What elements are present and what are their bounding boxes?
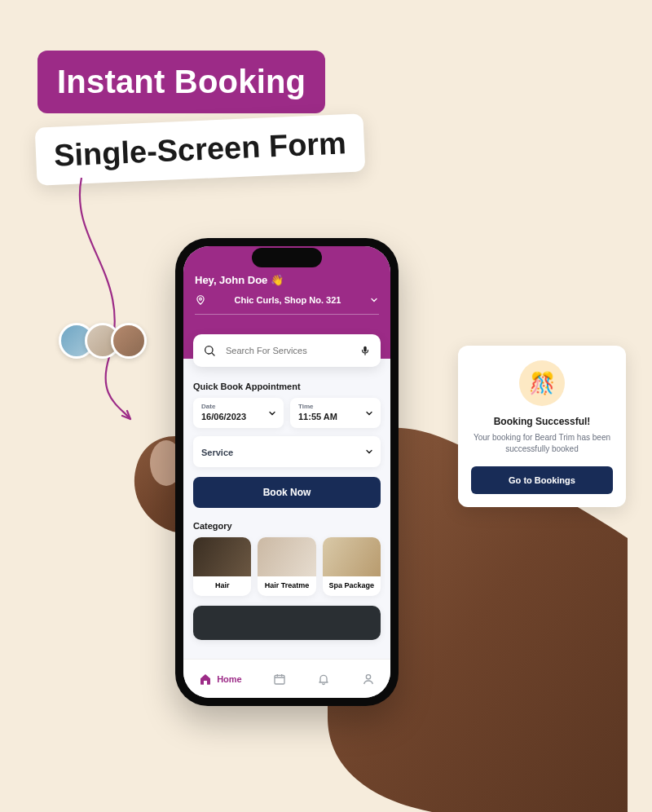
category-card[interactable]: Spa Package (323, 537, 381, 596)
user-icon (362, 673, 375, 686)
search-input[interactable] (224, 345, 351, 356)
bell-icon (317, 673, 330, 686)
time-value: 11:55 AM (298, 412, 372, 421)
book-now-button[interactable]: Book Now (193, 477, 381, 508)
category-label: Hair Treatme (258, 576, 315, 596)
avatar (111, 323, 147, 359)
category-card[interactable]: Hair Treatme (258, 537, 315, 596)
svg-rect-4 (275, 675, 284, 684)
date-label: Date (201, 403, 275, 410)
date-selector[interactable]: Date 16/06/2023 (193, 398, 284, 428)
headline-pill-secondary: Single-Screen Form (35, 113, 366, 186)
arrow-decor (60, 178, 150, 430)
app-content: Quick Book Appointment Date 16/06/2023 T… (193, 377, 381, 640)
search-bar[interactable] (193, 334, 381, 367)
date-value: 16/06/2023 (201, 412, 275, 421)
nav-calendar[interactable] (273, 673, 286, 686)
home-icon (199, 673, 212, 686)
category-image (258, 537, 315, 576)
nav-profile[interactable] (362, 673, 375, 686)
avatar-stack (59, 323, 147, 359)
booking-success-toast: 🎊 Booking Successful! Your booking for B… (458, 346, 626, 507)
category-title: Category (193, 521, 381, 531)
phone-device: Hey, John Doe 👋 Chic Curls, Shop No. 321… (175, 238, 399, 706)
nav-home-label: Home (217, 674, 242, 684)
category-image (193, 537, 251, 576)
quick-book-title: Quick Book Appointment (193, 382, 381, 391)
headline-pill-primary: Instant Booking (37, 51, 325, 113)
bottom-nav: Home (183, 659, 390, 698)
search-icon (203, 344, 216, 357)
svg-point-1 (200, 298, 202, 300)
phone-notch (252, 248, 322, 267)
greeting-text: Hey, John Doe 👋 (195, 274, 379, 286)
service-label: Service (201, 448, 372, 457)
location-pin-icon (195, 294, 206, 306)
nav-home[interactable]: Home (199, 673, 242, 686)
chevron-down-icon (364, 447, 374, 457)
nav-notifications[interactable] (317, 673, 330, 686)
svg-point-2 (205, 346, 213, 354)
toast-title: Booking Successful! (471, 416, 613, 427)
chevron-down-icon (364, 408, 374, 418)
location-selector[interactable]: Chic Curls, Shop No. 321 (195, 294, 379, 306)
toast-body: Your booking for Beard Trim has been suc… (471, 432, 613, 455)
category-label: Spa Package (323, 576, 381, 596)
svg-rect-3 (363, 346, 367, 352)
category-card[interactable]: Hair (193, 537, 251, 596)
category-image (323, 537, 381, 576)
svg-point-5 (366, 674, 370, 678)
time-selector[interactable]: Time 11:55 AM (290, 398, 381, 428)
peek-card[interactable] (193, 606, 381, 640)
go-to-bookings-button[interactable]: Go to Bookings (471, 466, 613, 494)
app-screen: Hey, John Doe 👋 Chic Curls, Shop No. 321… (183, 246, 390, 698)
category-label: Hair (193, 576, 251, 596)
location-label: Chic Curls, Shop No. 321 (214, 295, 361, 305)
chevron-down-icon (369, 295, 379, 305)
mic-icon[interactable] (359, 345, 371, 356)
service-selector[interactable]: Service (193, 436, 381, 467)
time-label: Time (298, 403, 372, 410)
confetti-icon: 🎊 (519, 360, 565, 406)
header-divider (195, 314, 379, 315)
calendar-icon (273, 673, 286, 686)
chevron-down-icon (267, 408, 277, 418)
